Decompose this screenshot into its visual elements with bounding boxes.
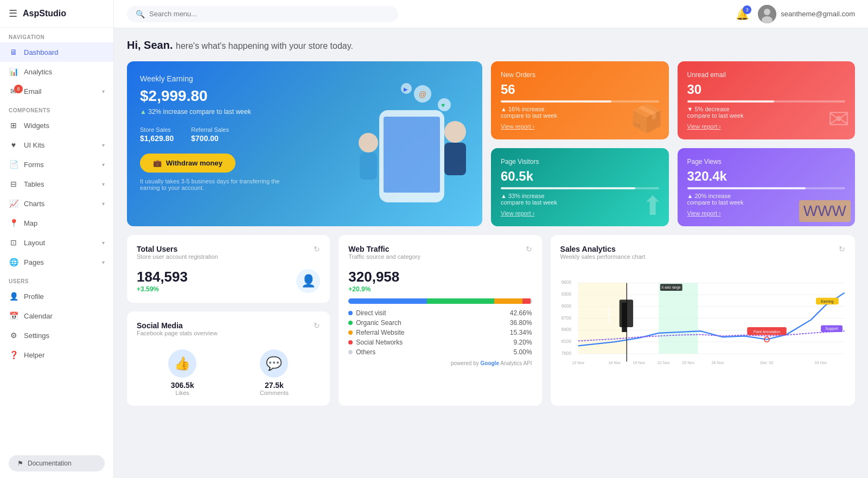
notification-button[interactable]: 🔔 3 xyxy=(736,8,749,21)
svg-text:25 Nov: 25 Nov xyxy=(682,360,694,365)
social-stats: 👍 306.5k Likes 💬 27.5k Comments xyxy=(137,349,320,396)
search-input[interactable] xyxy=(149,10,390,18)
svg-text:28 Nov: 28 Nov xyxy=(711,360,724,365)
legend-value: 36.80% xyxy=(510,319,532,327)
card-value: 320.4k xyxy=(687,169,846,184)
sidebar-item-charts[interactable]: 📈 Charts ▾ xyxy=(0,194,113,213)
refresh-icon[interactable]: ↻ xyxy=(839,245,845,253)
sidebar-item-uikits[interactable]: ♥ UI Kits ▾ xyxy=(0,135,113,155)
sidebar-item-label: Forms xyxy=(24,161,44,169)
widget-title: Total Users xyxy=(137,245,218,253)
progress-bar xyxy=(687,100,846,103)
uikits-icon: ♥ xyxy=(9,140,18,150)
total-users-card: Total Users Store user account registrat… xyxy=(127,235,330,303)
user-info[interactable]: seantheme@gmail.com xyxy=(758,5,855,23)
components-section-label: Components xyxy=(0,101,113,116)
legend-label: Social Networks xyxy=(356,339,403,346)
widget-header: Sales Analytics Weekly sales performance… xyxy=(560,245,845,266)
likes-icon-circle: 👍 xyxy=(168,349,196,378)
sidebar-item-dashboard[interactable]: 🖥 Dashboard xyxy=(0,42,113,62)
sidebar-item-analytics[interactable]: 📊 Analytics xyxy=(0,62,113,81)
users-trend: +3.59% xyxy=(137,285,188,293)
svg-text:22 Nov: 22 Nov xyxy=(657,360,669,365)
svg-point-7 xyxy=(444,121,466,143)
refresh-icon[interactable]: ↻ xyxy=(314,321,320,330)
sidebar-item-helper[interactable]: ❓ Helper xyxy=(0,345,113,365)
powered-by: powered by Google Analytics API xyxy=(348,360,532,366)
likes-label: Likes xyxy=(168,390,196,396)
documentation-button[interactable]: ⚑ Documentation xyxy=(9,455,105,471)
sidebar-item-map[interactable]: 📍 Map xyxy=(0,213,113,233)
legend-value: 15.34% xyxy=(510,329,532,336)
new-orders-card: New Orders 56 ▲ 16% increasecompare to l… xyxy=(491,61,669,139)
svg-text:9000: 9000 xyxy=(561,304,571,309)
chevron-down-icon: ▾ xyxy=(102,142,105,148)
sales-analytics-card: Sales Analytics Weekly sales performance… xyxy=(551,235,855,406)
chevron-down-icon: ▾ xyxy=(102,88,105,94)
sidebar-item-label: Helper xyxy=(24,351,44,359)
sidebar-bottom: ⚑ Documentation xyxy=(0,449,113,478)
svg-point-5 xyxy=(359,133,378,152)
pages-icon: 🌐 xyxy=(9,257,18,267)
progress-bar xyxy=(687,187,846,189)
widget-sub: Traffic source and category xyxy=(348,253,420,260)
svg-text:Support: Support xyxy=(825,327,838,331)
sidebar-item-forms[interactable]: 📄 Forms ▾ xyxy=(0,155,113,174)
traffic-value: 320,958 xyxy=(348,269,532,285)
svg-text:04 Dec: 04 Dec xyxy=(814,360,827,365)
progress-fill xyxy=(501,187,635,189)
chevron-down-icon: ▾ xyxy=(102,240,105,246)
chart-title: Sales Analytics xyxy=(560,245,646,253)
card-title: Page Views xyxy=(687,158,846,165)
sidebar-item-calendar[interactable]: 📅 Calendar xyxy=(0,306,113,326)
doc-label: Documentation xyxy=(28,460,72,467)
chevron-down-icon: ▾ xyxy=(102,201,105,207)
map-icon: 📍 xyxy=(9,218,18,228)
legend-dot xyxy=(348,340,353,345)
google-text: Google xyxy=(481,360,499,366)
hamburger-icon[interactable]: ☰ xyxy=(9,8,17,20)
widget-title: Web Traffic xyxy=(348,245,420,253)
widget-title-area: Web Traffic Traffic source and category xyxy=(348,245,420,266)
card-note: It usually takes 3-5 business days for t… xyxy=(140,178,292,191)
sidebar-item-email[interactable]: ✉ 8 Email ▾ xyxy=(0,81,113,101)
view-report-link[interactable]: View report › xyxy=(687,123,846,130)
sidebar-item-tables[interactable]: ⊟ Tables ▾ xyxy=(0,174,113,194)
wallet-icon: 💼 xyxy=(153,159,162,167)
svg-rect-6 xyxy=(360,152,377,180)
svg-rect-30 xyxy=(659,283,698,353)
progress-fill xyxy=(501,100,611,103)
users-value-row: 184,593 +3.59% 👤 xyxy=(137,269,320,293)
legend-label: Referral Website xyxy=(356,329,404,336)
legend-left: Others xyxy=(348,348,375,356)
doc-icon: ⚑ xyxy=(17,460,23,467)
sidebar-item-pages[interactable]: 🌐 Pages ▾ xyxy=(0,252,113,272)
email-badge: 8 xyxy=(14,85,23,93)
tables-icon: ⊟ xyxy=(9,179,18,189)
sidebar-item-profile[interactable]: 👤 Profile xyxy=(0,286,113,306)
settings-icon: ⚙ xyxy=(9,330,18,340)
chevron-down-icon: ▾ xyxy=(102,181,105,187)
sidebar-item-widgets[interactable]: ⊞ Widgets xyxy=(0,116,113,135)
view-report-link[interactable]: View report › xyxy=(501,210,659,216)
sidebar-logo: ☰ AspStudio xyxy=(0,0,113,28)
greeting-name: Hi, Sean. xyxy=(127,39,173,51)
search-box[interactable]: 🔍 xyxy=(127,6,398,22)
withdraw-button[interactable]: 💼 Withdraw money xyxy=(140,154,235,173)
refresh-icon[interactable]: ↻ xyxy=(526,245,532,253)
sidebar-item-label: Pages xyxy=(24,258,44,266)
sidebar-item-layout[interactable]: ⊡ Layout ▾ xyxy=(0,233,113,252)
traffic-trend: +20.9% xyxy=(348,285,532,293)
refresh-icon[interactable]: ↻ xyxy=(314,245,320,253)
legend-left: Direct visit xyxy=(348,309,386,317)
svg-text:9600: 9600 xyxy=(561,280,571,285)
sidebar-item-label: Map xyxy=(24,219,37,227)
legend-item: Referral Website 15.34% xyxy=(348,329,532,336)
thumbs-up-icon: 👍 xyxy=(174,356,190,371)
forms-icon: 📄 xyxy=(9,160,18,169)
sidebar-item-settings[interactable]: ⚙ Settings xyxy=(0,326,113,345)
svg-point-1 xyxy=(764,9,770,15)
svg-rect-4 xyxy=(384,117,440,193)
comments-label: Comments xyxy=(260,390,289,396)
comments-value: 27.5k xyxy=(260,381,289,390)
